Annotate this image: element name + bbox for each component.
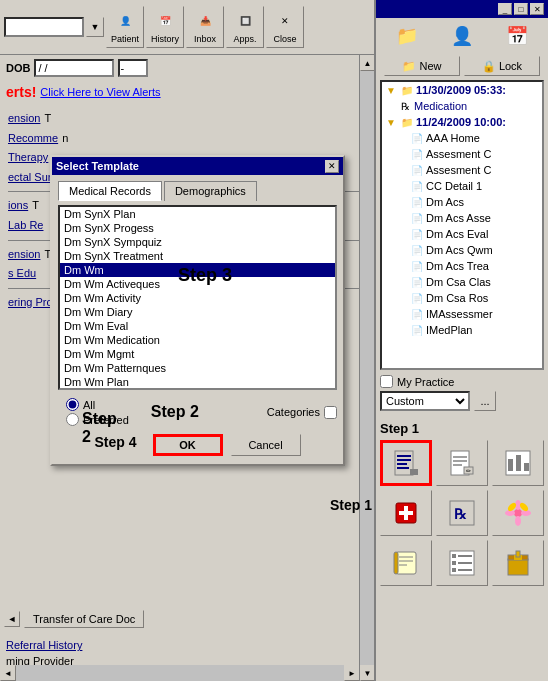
tree-item-dmacs-asse[interactable]: 📄 Dm Acs Asse xyxy=(382,210,542,226)
search-input[interactable] xyxy=(4,17,84,37)
close-button[interactable]: ✕ Close xyxy=(266,6,304,48)
svg-rect-14 xyxy=(516,455,521,471)
transfer-care-button[interactable]: Transfer of Care Doc xyxy=(24,610,144,628)
tree-item-assesment2[interactable]: 📄 Assesment C xyxy=(382,162,542,178)
list-item-6[interactable]: Dm Wm Activity xyxy=(60,291,335,305)
add-medical-svg xyxy=(392,499,420,527)
ok-button[interactable]: OK xyxy=(153,434,223,456)
doc-icon-8: 📄 xyxy=(410,243,424,257)
list-item-9[interactable]: Dm Wm Medication xyxy=(60,333,335,347)
tree-item-dmacs[interactable]: 📄 Dm Acs xyxy=(382,194,542,210)
tree-item-dmcsa-ros[interactable]: 📄 Dm Csa Ros xyxy=(382,290,542,306)
arrow-left-btn[interactable]: ◄ xyxy=(4,611,20,627)
patient-button[interactable]: 👤 Patient xyxy=(106,6,144,48)
nav-item-ions[interactable]: ions T xyxy=(8,196,39,216)
svg-text:℞: ℞ xyxy=(454,506,467,522)
h-scroll-left[interactable]: ◄ xyxy=(0,665,16,681)
list-item-2[interactable]: Dm SynX Sympquiz xyxy=(60,235,335,249)
box-btn[interactable] xyxy=(492,540,544,586)
add-medical-btn[interactable] xyxy=(380,490,432,536)
tree-item-aaa[interactable]: 📄 AAA Home xyxy=(382,130,542,146)
list-item-4[interactable]: Dm Wm xyxy=(60,263,335,277)
tree-item-imasssment[interactable]: 📄 IMAssessmer xyxy=(382,306,542,322)
nav-item-extension[interactable]: ension T xyxy=(8,109,367,129)
minimize-button[interactable]: _ xyxy=(498,3,512,15)
template-btn-2[interactable]: ✏ xyxy=(436,440,488,486)
list-item-13[interactable]: Dm Wm Ptchecklist xyxy=(60,389,335,390)
new-icon: 📁 xyxy=(402,60,416,73)
new-button[interactable]: 📁 New xyxy=(384,56,460,76)
scroll-btn[interactable] xyxy=(380,540,432,586)
v-scroll-down[interactable]: ▼ xyxy=(360,665,376,681)
tree-item-dmacs-eval[interactable]: 📄 Dm Acs Eval xyxy=(382,226,542,242)
tree-item-assesment1[interactable]: 📄 Assesment C xyxy=(382,146,542,162)
tree-item-imedplan[interactable]: 📄 IMedPlan xyxy=(382,322,542,338)
maximize-button[interactable]: □ xyxy=(514,3,528,15)
my-practice-label: My Practice xyxy=(397,376,454,388)
doc-icon-10: 📄 xyxy=(410,275,424,289)
radio-preferred-input[interactable] xyxy=(66,413,79,426)
tab-demographics[interactable]: Demographics xyxy=(164,181,257,201)
close-icon: ✕ xyxy=(274,10,296,32)
v-scroll-track[interactable] xyxy=(360,71,375,665)
tree-item-medication[interactable]: ℞ Medication xyxy=(382,98,542,114)
template-btn-3[interactable] xyxy=(492,440,544,486)
dob-input[interactable] xyxy=(34,59,114,77)
list-item-3[interactable]: Dm SynX Treatment xyxy=(60,249,335,263)
close-window-button[interactable]: ✕ xyxy=(530,3,544,15)
v-scroll-up[interactable]: ▲ xyxy=(360,55,376,71)
right-panel: _ □ ✕ 📁 👤 📅 📁 New 🔒 Lock xyxy=(375,0,548,681)
h-scroll-right[interactable]: ► xyxy=(344,665,360,681)
list-item-0[interactable]: Dm SynX Plan xyxy=(60,207,335,221)
rx-btn[interactable]: ℞ xyxy=(436,490,488,536)
tree-item-cc[interactable]: 📄 CC Detail 1 xyxy=(382,178,542,194)
v-scrollbar: ▲ ▼ xyxy=(359,55,375,681)
list-item-1[interactable]: Dm SynX Progess xyxy=(60,221,335,235)
doc-icon-13: 📄 xyxy=(410,323,424,337)
tab-medical-records[interactable]: Medical Records xyxy=(58,181,162,201)
template-btn-1[interactable] xyxy=(380,440,432,486)
tree-item-dmacs-qwm[interactable]: 📄 Dm Acs Qwm xyxy=(382,242,542,258)
history-button[interactable]: 📅 History xyxy=(146,6,184,48)
list-item-5[interactable]: Dm Wm Activeques xyxy=(60,277,335,291)
dob-row: DOB xyxy=(0,55,375,81)
list-item-11[interactable]: Dm Wm Patternques xyxy=(60,361,335,375)
search-dropdown[interactable]: ▼ xyxy=(86,17,104,37)
apps-button[interactable]: 🔲 Apps. xyxy=(226,6,264,48)
ellipsis-button[interactable]: ... xyxy=(474,391,496,411)
my-practice-label-row: My Practice xyxy=(380,375,544,388)
categories-checkbox[interactable] xyxy=(324,406,337,419)
dash-input[interactable] xyxy=(118,59,148,77)
step4-label: Step 4 xyxy=(94,434,136,456)
list-btn[interactable] xyxy=(436,540,488,586)
cancel-button[interactable]: Cancel xyxy=(231,434,301,456)
my-practice-checkbox[interactable] xyxy=(380,375,393,388)
tree-item-dmcsa-clas[interactable]: 📄 Dm Csa Clas xyxy=(382,274,542,290)
document-tree[interactable]: ▼ 📁 11/30/2009 05:33: ℞ Medication ▼ 📁 1… xyxy=(380,80,544,370)
tree-item-date1[interactable]: ▼ 📁 11/30/2009 05:33: xyxy=(382,82,542,98)
lock-button[interactable]: 🔒 Lock xyxy=(464,56,540,76)
tree-item-date2[interactable]: ▼ 📁 11/24/2009 10:00: xyxy=(382,114,542,130)
list-item-12[interactable]: Dm Wm Plan xyxy=(60,375,335,389)
person-icon: 👤 xyxy=(446,22,478,50)
modal-close-button[interactable]: ✕ xyxy=(325,160,339,173)
icon-grid: ✏ xyxy=(380,440,544,586)
categories-label: Categories xyxy=(267,406,320,418)
list-item-8[interactable]: Dm Wm Eval xyxy=(60,319,335,333)
nav-item-recommend[interactable]: Recomme n xyxy=(8,129,367,149)
list-item-7[interactable]: Dm Wm Diary xyxy=(60,305,335,319)
custom-select[interactable]: Custom xyxy=(380,391,470,411)
inbox-button[interactable]: 📥 Inbox xyxy=(186,6,224,48)
radio-all-input[interactable] xyxy=(66,398,79,411)
list-item-10[interactable]: Dm Wm Mgmt xyxy=(60,347,335,361)
alerts-bar: erts! Click Here to View Alerts xyxy=(0,81,375,103)
template-list[interactable]: Dm SynX Plan Dm SynX Progess Dm SynX Sym… xyxy=(58,205,337,390)
history-icon: 📅 xyxy=(154,10,176,32)
svg-rect-34 xyxy=(452,554,456,558)
tree-item-dmacs-trea[interactable]: 📄 Dm Acs Trea xyxy=(382,258,542,274)
h-scroll-track[interactable] xyxy=(16,665,344,681)
alerts-link[interactable]: Click Here to View Alerts xyxy=(40,86,160,98)
svg-rect-35 xyxy=(458,555,472,557)
referral-link[interactable]: Referral History xyxy=(0,636,88,654)
flower-btn[interactable] xyxy=(492,490,544,536)
